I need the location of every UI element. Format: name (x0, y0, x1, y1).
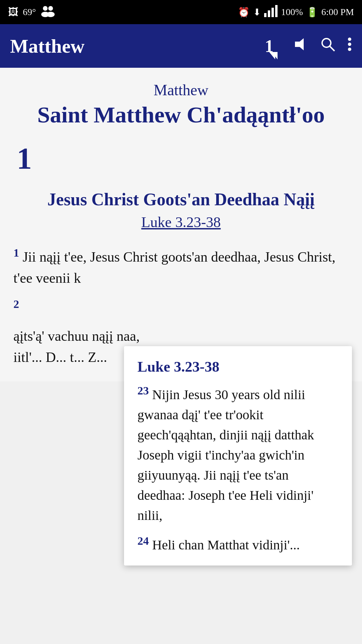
nav-chapter-number[interactable]: 1 (265, 36, 274, 56)
temperature: 69° (23, 7, 36, 17)
nav-icons (294, 37, 352, 55)
clock-time: 6:00 PM (321, 7, 354, 17)
popup-verse-24-number: 24 (137, 535, 149, 547)
signal-icon (264, 5, 278, 19)
svg-rect-6 (272, 8, 274, 17)
svg-point-13 (348, 48, 351, 51)
status-left: 🖼 69° (8, 5, 55, 19)
image-icon: 🖼 (8, 6, 18, 18)
verse-1-number: 1 (13, 247, 19, 259)
nav-book-title[interactable]: Matthew (10, 35, 265, 57)
svg-rect-4 (264, 13, 266, 17)
download-icon: ⬇ (253, 7, 261, 18)
section-heading: Jesus Christ Goots'an Deedhaa Nąįį (13, 189, 349, 210)
popup-verse-24: 24 Heli chan Matthat vidinji'... (137, 532, 339, 555)
svg-rect-5 (268, 10, 270, 17)
chapter-number: 1 (17, 141, 349, 176)
popup-verse-23: 23 Nijin Jesus 30 years old nilii gwanaa… (137, 382, 339, 526)
popup-verse-23-number: 23 (137, 384, 149, 397)
svg-point-3 (47, 12, 55, 17)
svg-point-12 (348, 43, 351, 46)
svg-line-10 (330, 46, 335, 51)
status-bar: 🖼 69° ⏰ ⬇ 100% 🔋 6:00 (0, 0, 362, 24)
verse-2-partial: 2 (13, 296, 349, 319)
main-content: Matthew Saint Matthew Ch'adąąntł'oo 1 Je… (0, 68, 362, 381)
book-subtitle: Matthew (13, 81, 349, 99)
nav-bar: Matthew 1 (0, 24, 362, 68)
cross-reference-link[interactable]: Luke 3.23-38 (13, 214, 349, 231)
popup-verse-24-text: Heli chan Matthat vidinji'... (152, 538, 300, 553)
verse-1-text: 1 Jii nąįį t'ee, Jesus Christ goots'an d… (13, 244, 349, 289)
book-main-title: Saint Matthew Ch'adąąntł'oo (13, 102, 349, 128)
popup-box: Luke 3.23-38 23 Nijin Jesus 30 years old… (124, 346, 352, 566)
sound-icon[interactable] (294, 37, 308, 55)
alarm-icon: ⏰ (238, 7, 250, 18)
svg-point-11 (348, 38, 351, 41)
more-menu-icon[interactable] (347, 37, 352, 55)
verse-1-content: Jii nąįį t'ee, Jesus Christ goots'an dee… (13, 249, 336, 286)
people-icon (41, 5, 55, 19)
search-icon[interactable] (320, 37, 335, 55)
svg-point-9 (322, 39, 331, 47)
popup-verse-23-text: Nijin Jesus 30 years old nilii gwanaa dą… (137, 387, 314, 523)
battery-percent: 100% (281, 7, 303, 17)
popup-title: Luke 3.23-38 (137, 358, 339, 375)
verse-2-number: 2 (13, 298, 19, 310)
svg-rect-7 (275, 5, 278, 17)
book-title-section: Matthew Saint Matthew Ch'adąąntł'oo (13, 81, 349, 128)
svg-marker-8 (295, 38, 304, 50)
svg-point-1 (48, 6, 53, 11)
battery-icon: 🔋 (306, 7, 318, 18)
svg-point-0 (43, 6, 48, 11)
bottom-line-1: ąįts'ą' vachuu nąįį naa, (13, 326, 349, 347)
status-right: ⏰ ⬇ 100% 🔋 6:00 PM (238, 5, 354, 19)
